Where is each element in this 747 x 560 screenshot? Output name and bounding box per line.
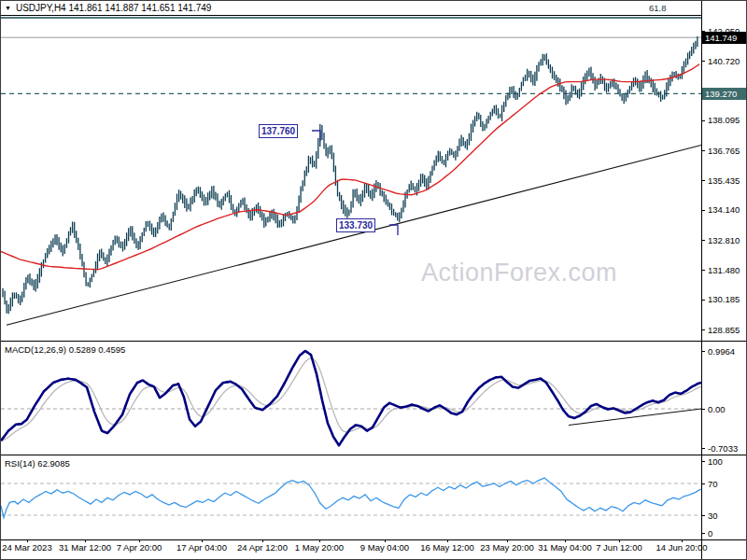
- axis-tick: [701, 351, 705, 352]
- price-axis-label: 131.480: [708, 265, 740, 275]
- candlestick-bars: [3, 36, 698, 314]
- price-chart-plot[interactable]: [1, 15, 701, 341]
- annotation-connector: [312, 131, 320, 141]
- axis-tick: [701, 270, 705, 271]
- time-axis-label: 24 Apr 12:00: [237, 542, 288, 553]
- price-axis-label: 138.095: [708, 115, 740, 125]
- time-axis-label: 1 May 20:00: [295, 542, 344, 553]
- chart-header: ▼ USDJPY,H4 141.861 141.887 141.651 141.…: [1, 1, 701, 15]
- price-annotation-133-730: 133.730: [336, 218, 375, 232]
- time-axis-label: 16 May 12:00: [420, 542, 474, 553]
- time-axis-label: 31 May 04:00: [538, 542, 592, 553]
- axis-tick: [701, 180, 705, 181]
- macd-axis-label: -0.7033: [708, 443, 738, 454]
- price-axis-separator: [701, 1, 702, 560]
- axis-tick: [701, 448, 705, 449]
- time-axis-label: 24 Mar 2023: [2, 542, 51, 553]
- rsi-axis-label: 70: [708, 479, 718, 489]
- rsi-axis-label: 100: [708, 456, 723, 467]
- price-annotation-137-760: 137.760: [259, 124, 298, 138]
- moving-average-line: [1, 64, 699, 270]
- axis-tick: [701, 329, 705, 330]
- macd-axis-label: 0.9964: [708, 346, 735, 357]
- axis-tick: [701, 61, 705, 62]
- time-axis-label: 14 Jun 20:00: [656, 542, 708, 553]
- annotation-connector: [389, 225, 398, 235]
- axis-tick: [701, 240, 705, 241]
- price-axis-label: 140.720: [708, 56, 740, 66]
- rsi-plot[interactable]: [1, 455, 701, 539]
- price-axis-label: 136.765: [708, 146, 740, 156]
- axis-tick: [701, 210, 705, 211]
- time-axis-label: 17 Apr 04:00: [176, 542, 227, 553]
- axis-tick: [701, 483, 705, 484]
- macd-plot[interactable]: [1, 342, 701, 455]
- fib-level-label: 61.8: [649, 3, 667, 13]
- axis-tick: [701, 533, 705, 534]
- chart-window: ▼ USDJPY,H4 141.861 141.887 141.651 141.…: [0, 0, 747, 560]
- axis-tick: [701, 120, 705, 121]
- time-axis-label: 9 May 04:00: [360, 542, 409, 553]
- price-axis-label: 132.810: [708, 235, 740, 245]
- axis-tick: [701, 150, 705, 151]
- macd-title: MACD(12,26,9) 0.5289 0.4595: [5, 344, 125, 355]
- axis-tick: [701, 515, 705, 516]
- current-price-box: 141.749: [702, 32, 747, 44]
- time-axis-label: 23 May 20:00: [480, 542, 534, 553]
- price-axis-label: 128.855: [708, 325, 740, 335]
- axis-tick: [701, 300, 705, 301]
- rsi-title: RSI(14) 62.9085: [5, 458, 70, 469]
- time-axis-label: 7 Jun 12:00: [596, 542, 642, 553]
- time-axis-divider: [1, 539, 747, 540]
- rsi-axis-label: 30: [708, 511, 718, 521]
- marked-price-box: 139.270: [702, 88, 747, 100]
- price-axis-label: 130.185: [708, 294, 740, 304]
- axis-tick: [701, 409, 705, 410]
- price-axis-label: 135.435: [708, 175, 740, 186]
- axis-tick: [701, 461, 705, 462]
- rsi-axis-label: 0: [708, 528, 712, 539]
- dropdown-arrow-icon[interactable]: ▼: [5, 5, 11, 11]
- time-axis-label: 7 Apr 20:00: [117, 542, 162, 553]
- symbol-ohlc-label: USDJPY,H4 141.861 141.887 141.651 141.74…: [16, 3, 211, 13]
- macd-axis-label: 0.00: [708, 404, 726, 414]
- rising-trendline: [7, 145, 701, 325]
- price-axis-label: 134.140: [708, 204, 740, 215]
- time-axis-label: 31 Mar 12:00: [59, 542, 111, 553]
